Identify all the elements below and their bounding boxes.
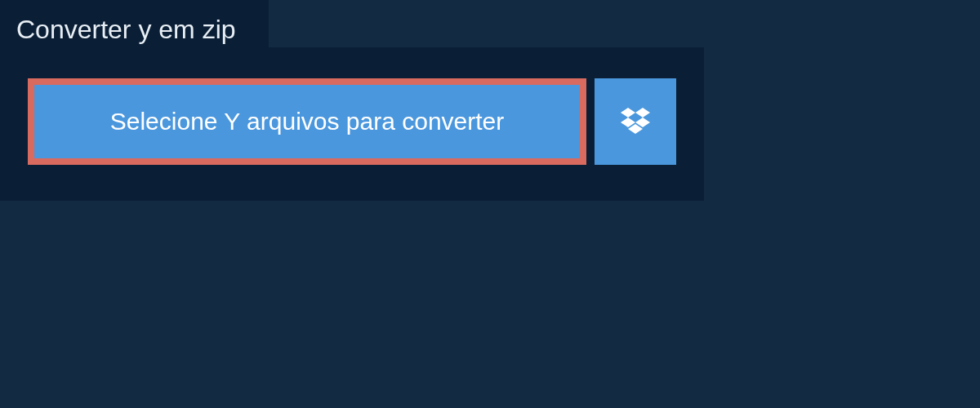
converter-panel: Selecione Y arquivos para converter	[0, 47, 704, 201]
dropbox-icon	[621, 108, 650, 135]
button-row: Selecione Y arquivos para converter	[28, 78, 676, 165]
dropbox-button[interactable]	[595, 78, 676, 165]
tab-header: Converter y em zip	[0, 0, 269, 60]
select-files-label: Selecione Y arquivos para converter	[110, 108, 505, 135]
active-tab[interactable]: Converter y em zip	[0, 0, 269, 60]
select-files-button[interactable]: Selecione Y arquivos para converter	[28, 78, 586, 165]
tab-label: Converter y em zip	[16, 15, 236, 44]
panel-content: Selecione Y arquivos para converter	[0, 47, 704, 201]
